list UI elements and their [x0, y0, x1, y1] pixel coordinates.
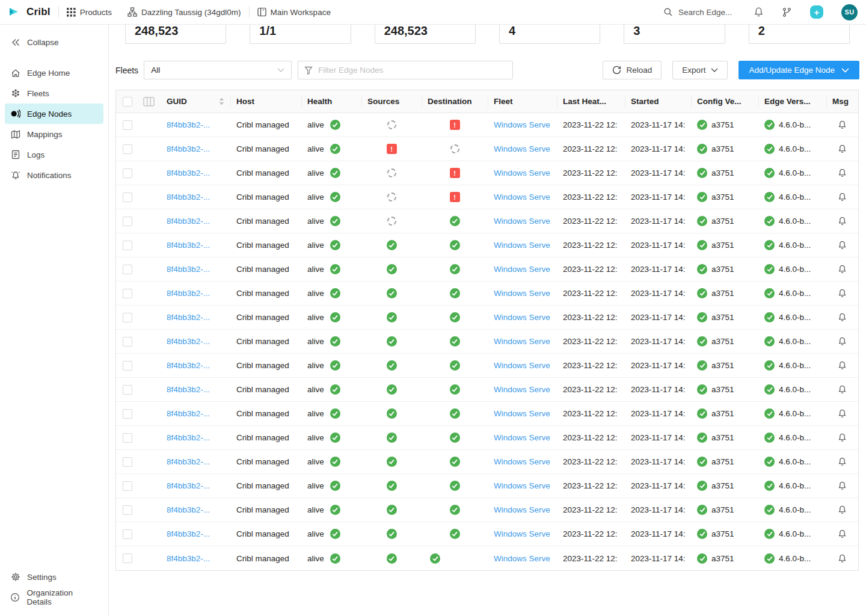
row-checkbox[interactable] [123, 217, 132, 226]
column-header-guid[interactable]: GUID [161, 90, 230, 112]
fleet-link[interactable]: Windows Serve [494, 120, 550, 129]
row-checkbox[interactable] [123, 553, 132, 563]
column-header-fleet[interactable]: Fleet [488, 90, 557, 112]
fleet-link[interactable]: Windows Serve [494, 337, 550, 346]
fleet-link[interactable]: Windows Serve [494, 144, 550, 153]
row-checkbox[interactable] [123, 457, 132, 467]
fleet-link[interactable]: Windows Serve [494, 554, 550, 563]
guid-link[interactable]: 8f4bb3b2-... [167, 144, 210, 153]
row-checkbox[interactable] [123, 409, 132, 419]
guid-link[interactable]: 8f4bb3b2-... [167, 265, 210, 274]
row-checkbox[interactable] [123, 505, 132, 515]
fleet-link[interactable]: Windows Serve [494, 217, 550, 226]
user-avatar[interactable]: SU [841, 4, 858, 20]
sidebar-item-notifications[interactable]: Notifications [5, 165, 103, 185]
column-header-started[interactable]: Started [625, 90, 691, 112]
row-checkbox[interactable] [123, 120, 132, 130]
guid-link[interactable]: 8f4bb3b2-... [167, 457, 210, 466]
guid-link[interactable]: 8f4bb3b2-... [167, 192, 210, 202]
workspace-switcher[interactable]: Main Workspace [257, 7, 331, 17]
message-bell-icon[interactable] [838, 192, 847, 202]
guid-link[interactable]: 8f4bb3b2-... [167, 337, 210, 346]
guid-link[interactable]: 8f4bb3b2-... [167, 361, 210, 370]
fleet-link[interactable]: Windows Serve [494, 385, 550, 394]
message-bell-icon[interactable] [838, 216, 847, 226]
guid-link[interactable]: 8f4bb3b2-... [167, 433, 210, 442]
guid-link[interactable]: 8f4bb3b2-... [167, 554, 210, 563]
guid-link[interactable]: 8f4bb3b2-... [167, 481, 210, 490]
fleet-link[interactable]: Windows Serve [494, 192, 550, 202]
upgrade-plus-button[interactable]: + [810, 5, 823, 19]
notifications-button[interactable] [754, 7, 764, 17]
message-bell-icon[interactable] [838, 384, 847, 395]
row-checkbox[interactable] [123, 241, 132, 250]
guid-link[interactable]: 8f4bb3b2-... [167, 120, 210, 129]
version-control-button[interactable] [782, 7, 792, 17]
row-checkbox[interactable] [123, 529, 132, 539]
select-all-checkbox[interactable] [123, 97, 132, 106]
fleet-link[interactable]: Windows Serve [494, 529, 550, 538]
column-header-host[interactable]: Host [230, 90, 301, 112]
column-header-sources[interactable]: Sources [361, 90, 422, 112]
row-checkbox[interactable] [123, 144, 132, 154]
fleet-link[interactable]: Windows Serve [494, 409, 550, 418]
guid-link[interactable]: 8f4bb3b2-... [167, 289, 210, 298]
row-checkbox[interactable] [123, 313, 132, 322]
column-header-health[interactable]: Health [301, 90, 361, 112]
global-search[interactable]: Search Edge... [663, 7, 735, 17]
message-bell-icon[interactable] [838, 433, 847, 443]
sidebar-item-edge-nodes[interactable]: Edge Nodes [5, 103, 103, 124]
export-button[interactable]: Export [672, 61, 728, 79]
sidebar-item-mappings[interactable]: Mappings [5, 124, 103, 144]
fleet-link[interactable]: Windows Serve [494, 241, 550, 250]
guid-link[interactable]: 8f4bb3b2-... [167, 217, 210, 226]
reload-button[interactable]: Reload [603, 61, 662, 79]
message-bell-icon[interactable] [838, 336, 847, 346]
row-checkbox[interactable] [123, 481, 132, 491]
products-menu[interactable]: Products [67, 8, 112, 17]
message-bell-icon[interactable] [838, 120, 847, 130]
column-header-config-version[interactable]: Config Ve... [691, 90, 758, 112]
fleet-link[interactable]: Windows Serve [494, 168, 550, 177]
guid-link[interactable]: 8f4bb3b2-... [167, 385, 210, 394]
sidebar-item-fleets[interactable]: Fleets [5, 83, 103, 103]
row-checkbox[interactable] [123, 289, 132, 298]
filter-edge-nodes-field[interactable] [298, 61, 513, 79]
column-settings-button[interactable] [137, 90, 161, 112]
row-checkbox[interactable] [123, 265, 132, 274]
sidebar-item-edge-home[interactable]: Edge Home [5, 63, 103, 83]
row-checkbox[interactable] [123, 361, 132, 371]
message-bell-icon[interactable] [838, 529, 847, 539]
fleet-link[interactable]: Windows Serve [494, 481, 550, 490]
message-bell-icon[interactable] [838, 505, 847, 515]
column-header-msg[interactable]: Msg [826, 90, 858, 112]
message-bell-icon[interactable] [838, 312, 847, 322]
cribl-logo[interactable]: Cribl [8, 6, 51, 18]
row-checkbox[interactable] [123, 168, 132, 178]
fleet-link[interactable]: Windows Serve [494, 457, 550, 466]
fleet-link[interactable]: Windows Serve [494, 289, 550, 298]
guid-link[interactable]: 8f4bb3b2-... [167, 168, 210, 177]
fleet-link[interactable]: Windows Serve [494, 505, 550, 514]
message-bell-icon[interactable] [838, 240, 847, 250]
message-bell-icon[interactable] [838, 553, 847, 564]
guid-link[interactable]: 8f4bb3b2-... [167, 409, 210, 418]
message-bell-icon[interactable] [838, 144, 847, 154]
organization-switcher[interactable]: Dazzling Taussig (34gdl0m) [127, 7, 241, 17]
sidebar-item-settings[interactable]: Settings [5, 567, 103, 587]
message-bell-icon[interactable] [838, 408, 847, 419]
fleets-select[interactable]: All [144, 61, 292, 79]
fleet-link[interactable]: Windows Serve [494, 265, 550, 274]
row-checkbox[interactable] [123, 192, 132, 202]
message-bell-icon[interactable] [838, 481, 847, 491]
row-checkbox[interactable] [123, 337, 132, 346]
message-bell-icon[interactable] [838, 288, 847, 298]
column-header-last-heartbeat[interactable]: Last Heat... [557, 90, 625, 112]
column-header-edge-version[interactable]: Edge Vers... [758, 90, 826, 112]
message-bell-icon[interactable] [838, 168, 847, 178]
row-checkbox[interactable] [123, 385, 132, 395]
guid-link[interactable]: 8f4bb3b2-... [167, 313, 210, 322]
fleet-link[interactable]: Windows Serve [494, 313, 550, 322]
message-bell-icon[interactable] [838, 360, 847, 371]
add-update-edge-node-button[interactable]: Add/Update Edge Node [739, 61, 859, 79]
